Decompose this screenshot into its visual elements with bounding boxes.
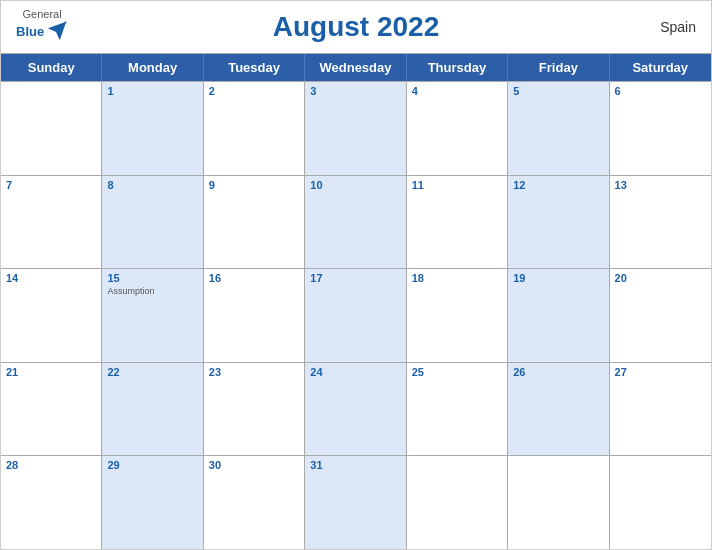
day-num-10: 10 (310, 179, 400, 191)
day-cell-4-2: 30 (204, 456, 305, 549)
day-num-29: 29 (107, 459, 197, 471)
country-label: Spain (660, 19, 696, 35)
header-sunday: Sunday (1, 54, 102, 81)
calendar-container: General Blue August 2022 Spain Sunday Mo… (0, 0, 712, 550)
week-row-1: 123456 (1, 81, 711, 175)
day-num-31: 31 (310, 459, 400, 471)
day-cell-3-3: 24 (305, 363, 406, 456)
day-num-1: 1 (107, 85, 197, 97)
day-cell-4-0: 28 (1, 456, 102, 549)
day-num-26: 26 (513, 366, 603, 378)
weeks-container: 123456789101112131415Assumption161718192… (1, 81, 711, 549)
header-saturday: Saturday (610, 54, 711, 81)
header-tuesday: Tuesday (204, 54, 305, 81)
day-num-17: 17 (310, 272, 400, 284)
day-cell-2-4: 18 (407, 269, 508, 362)
day-num-6: 6 (615, 85, 706, 97)
week-row-4: 21222324252627 (1, 362, 711, 456)
day-num-11: 11 (412, 179, 502, 191)
day-num-15: 15 (107, 272, 197, 284)
day-cell-1-0: 7 (1, 176, 102, 269)
header-wednesday: Wednesday (305, 54, 406, 81)
header-friday: Friday (508, 54, 609, 81)
day-num-13: 13 (615, 179, 706, 191)
day-cell-0-2: 2 (204, 82, 305, 175)
day-num-4: 4 (412, 85, 502, 97)
day-num-22: 22 (107, 366, 197, 378)
day-num-23: 23 (209, 366, 299, 378)
day-num-30: 30 (209, 459, 299, 471)
day-cell-1-4: 11 (407, 176, 508, 269)
day-headers-row: Sunday Monday Tuesday Wednesday Thursday… (1, 54, 711, 81)
header-thursday: Thursday (407, 54, 508, 81)
day-cell-3-4: 25 (407, 363, 508, 456)
day-cell-0-6: 6 (610, 82, 711, 175)
day-num-19: 19 (513, 272, 603, 284)
day-num-24: 24 (310, 366, 400, 378)
day-cell-2-2: 16 (204, 269, 305, 362)
day-cell-0-1: 1 (102, 82, 203, 175)
day-cell-4-1: 29 (102, 456, 203, 549)
day-num-8: 8 (107, 179, 197, 191)
day-num-25: 25 (412, 366, 502, 378)
day-cell-4-6 (610, 456, 711, 549)
day-cell-0-5: 5 (508, 82, 609, 175)
day-cell-2-6: 20 (610, 269, 711, 362)
day-num-14: 14 (6, 272, 96, 284)
day-cell-4-5 (508, 456, 609, 549)
calendar-header: General Blue August 2022 Spain (1, 1, 711, 53)
day-cell-3-5: 26 (508, 363, 609, 456)
week-row-2: 78910111213 (1, 175, 711, 269)
day-cell-2-5: 19 (508, 269, 609, 362)
header-monday: Monday (102, 54, 203, 81)
day-num-3: 3 (310, 85, 400, 97)
day-cell-1-5: 12 (508, 176, 609, 269)
day-num-12: 12 (513, 179, 603, 191)
day-num-7: 7 (6, 179, 96, 191)
day-num-16: 16 (209, 272, 299, 284)
day-cell-4-4 (407, 456, 508, 549)
day-cell-3-6: 27 (610, 363, 711, 456)
week-row-5: 28293031 (1, 455, 711, 549)
day-num-18: 18 (412, 272, 502, 284)
day-cell-3-0: 21 (1, 363, 102, 456)
logo-area: General Blue (16, 9, 68, 42)
calendar-title: August 2022 (273, 11, 440, 43)
week-row-3: 1415Assumption1617181920 (1, 268, 711, 362)
day-cell-1-2: 9 (204, 176, 305, 269)
day-cell-2-0: 14 (1, 269, 102, 362)
day-cell-4-3: 31 (305, 456, 406, 549)
day-num-9: 9 (209, 179, 299, 191)
calendar-grid: Sunday Monday Tuesday Wednesday Thursday… (1, 53, 711, 549)
day-cell-1-3: 10 (305, 176, 406, 269)
day-cell-2-3: 17 (305, 269, 406, 362)
day-cell-3-1: 22 (102, 363, 203, 456)
day-num-5: 5 (513, 85, 603, 97)
day-cell-1-6: 13 (610, 176, 711, 269)
holiday-assumption: Assumption (107, 286, 197, 296)
day-cell-2-1: 15Assumption (102, 269, 203, 362)
logo-bird-icon (46, 20, 68, 42)
day-num-27: 27 (615, 366, 706, 378)
day-cell-0-4: 4 (407, 82, 508, 175)
day-cell-3-2: 23 (204, 363, 305, 456)
day-num-2: 2 (209, 85, 299, 97)
logo-blue-text: Blue (16, 25, 44, 38)
day-cell-0-0 (1, 82, 102, 175)
logo-general-text: General (23, 9, 62, 20)
day-cell-1-1: 8 (102, 176, 203, 269)
day-cell-0-3: 3 (305, 82, 406, 175)
day-num-21: 21 (6, 366, 96, 378)
day-num-28: 28 (6, 459, 96, 471)
day-num-20: 20 (615, 272, 706, 284)
